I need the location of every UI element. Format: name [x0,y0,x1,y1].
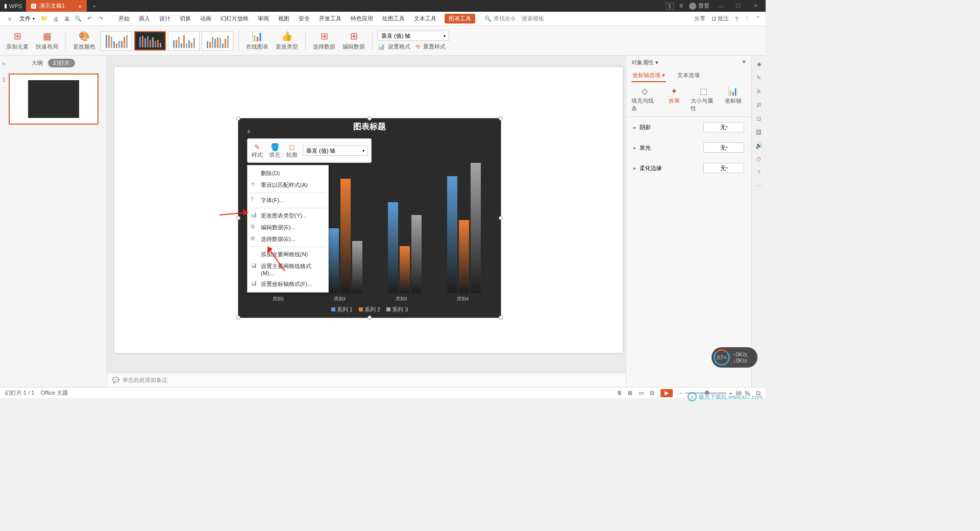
close-panel-icon[interactable]: ✕ [742,59,746,66]
document-tab[interactable]: P 演示文稿1 ● [26,0,87,12]
ribbon-options-icon[interactable]: ⋮ [744,15,750,22]
iconbar-item[interactable]: A [757,88,761,94]
chart-style-thumb[interactable] [202,31,233,51]
slideshow-button[interactable]: ▶ [660,389,673,397]
edit-data-button[interactable]: ⊞编辑数据 [340,31,367,51]
iconbar-item[interactable]: ⏱ [756,156,762,162]
iconbar-item[interactable]: ⊡ [756,115,761,122]
ribbon-tab[interactable]: 绘图工具 [381,14,406,23]
mini-fill-button[interactable]: 🪣填充 [266,143,283,159]
minimize-button[interactable]: — [715,3,727,9]
save-icon[interactable]: 🖨 [51,14,60,23]
help-icon[interactable]: ? [735,16,738,22]
property-row[interactable]: ▸发光无 ▾ [626,137,751,158]
change-color-button[interactable]: 🎨更改颜色 [71,31,97,51]
iconbar-item[interactable]: 🖼 [756,129,762,135]
search-box[interactable]: 🔍 查找命令、搜索模板 [484,15,544,22]
preview-icon[interactable]: 🔍 [74,14,83,23]
online-chart-button[interactable]: 📊在线图表 [244,31,271,51]
maximize-button[interactable]: ☐ [732,3,744,9]
user-avatar[interactable]: 普普 [689,2,709,10]
ribbon-tab[interactable]: 切换 [179,14,192,23]
mini-style-button[interactable]: ✎样式 [249,143,266,159]
iconbar-item[interactable]: 🔊 [755,142,763,149]
set-format-button[interactable]: 📊设置格式 [378,43,410,51]
slide-thumbnail[interactable]: 1 [9,74,99,125]
chart-styles-gallery[interactable] [101,31,233,51]
chart-title[interactable]: 图表标题 [238,118,501,135]
mini-axis-selector[interactable]: 垂直 (值) 轴▾ [303,146,368,156]
iconbar-item[interactable]: ? [757,170,760,176]
add-element-button[interactable]: ⊞添加元素 [4,31,31,51]
property-subtab[interactable]: 📊坐标轴 [720,86,746,112]
menu-icon[interactable]: ≡ [5,14,14,23]
comments-button[interactable]: ⊡ 批注 [712,15,729,22]
file-menu[interactable]: 文件▾ [16,14,38,23]
chart-style-thumb[interactable] [134,31,166,51]
change-type-button[interactable]: 👍更改类型 [274,31,300,51]
axis-options-tab[interactable]: 坐标轴选项 ▾ [631,69,666,82]
property-row[interactable]: ▸柔化边缘无 ▾ [626,158,751,178]
select-data-button[interactable]: ⊞选择数据 [311,31,337,51]
redo-icon[interactable]: ↷ [96,14,105,23]
ribbon-tab[interactable]: 文本工具 [413,14,437,23]
iconbar-item[interactable]: ◆ [757,61,761,67]
close-tab-icon[interactable]: ● [78,3,82,9]
ribbon-tab[interactable]: 视图 [277,14,290,23]
mini-outline-button[interactable]: ◻轮廓 [283,143,301,159]
slides-tab[interactable]: 幻灯片 [48,59,75,67]
view-reading-icon[interactable]: ▭ [639,390,644,396]
view-sorter-icon[interactable]: ⊞ [628,390,632,396]
outline-tab[interactable]: 大纲 [32,59,43,67]
property-subtab[interactable]: ✦效果 [661,86,688,112]
ribbon-tab[interactable]: 安全 [298,14,311,23]
print-icon[interactable]: 🖶 [62,14,71,23]
slide-number: 1 [3,77,6,83]
open-icon[interactable]: 📁 [40,14,49,23]
notes-pane[interactable]: 💬 单击此处添加备注 [107,373,626,387]
chart-style-thumb[interactable] [168,31,200,51]
collapse-panel-icon[interactable]: « [2,60,5,66]
badge[interactable]: 1 [666,3,674,10]
ribbon-tab[interactable]: 幻灯片放映 [219,14,250,23]
ribbon-tab[interactable]: 审阅 [257,14,270,23]
property-row[interactable]: ▸阴影无 ▾ [626,117,751,137]
iconbar-item[interactable]: ⋯ [756,183,762,189]
context-menu-item[interactable]: ⟲重设以匹配样式(A) [248,179,328,191]
reset-style-button[interactable]: ⟲重置样式 [415,43,446,51]
ribbon-tab[interactable]: 开始 [117,14,131,23]
text-options-tab[interactable]: 文本选项 [676,69,701,82]
ribbon-tab[interactable]: 开发工具 [318,14,342,23]
category-group[interactable] [434,137,494,293]
bar[interactable] [471,163,481,293]
ribbon-tab[interactable]: 插入 [138,14,151,23]
quick-layout-button[interactable]: ▦快速布局 [34,31,60,51]
context-menu-item[interactable]: T字体(F)... [248,195,328,206]
ribbon-tab[interactable]: 特色应用 [350,14,374,23]
slide[interactable]: 图表标题 0123456 类别1类别2类别3类别4 系列 1系列 2系列 3 ✎… [114,67,623,353]
close-button[interactable]: ✕ [749,3,762,9]
ribbon-tab[interactable]: 动画 [199,14,212,23]
category-group[interactable] [375,137,434,293]
zoom-out-icon[interactable]: − [679,390,682,396]
wps-logo[interactable]: ▮WPS [0,3,26,9]
bar[interactable] [447,176,457,294]
iconbar-item[interactable]: ✎ [756,75,761,81]
undo-icon[interactable]: ↶ [85,14,94,23]
axis-selector[interactable]: 垂直 (值) 轴▾ [378,31,449,41]
context-menu-item[interactable]: 删除(D) [248,167,328,179]
share-button[interactable]: 分享 [694,15,705,22]
bar[interactable] [459,220,469,293]
view-normal-icon[interactable]: ≣ [617,390,622,396]
view-notes-icon[interactable]: ⊟ [650,390,654,396]
chart-style-thumb[interactable] [101,31,132,51]
ribbon-tab[interactable]: 图表工具 [445,14,475,23]
add-tab-button[interactable]: + [87,3,102,9]
collapse-ribbon-icon[interactable]: ⌃ [756,15,761,22]
property-subtab[interactable]: ⬚大小与属性 [691,86,717,112]
iconbar-item[interactable]: ⇄ [756,102,761,108]
ribbon-tab[interactable]: 设计 [158,14,172,23]
performance-widget[interactable]: 87% ↑0K/s↓0K/s [712,347,757,368]
crown-icon[interactable]: ♕ [679,3,684,9]
property-subtab[interactable]: ◇填充与线条 [631,86,658,112]
